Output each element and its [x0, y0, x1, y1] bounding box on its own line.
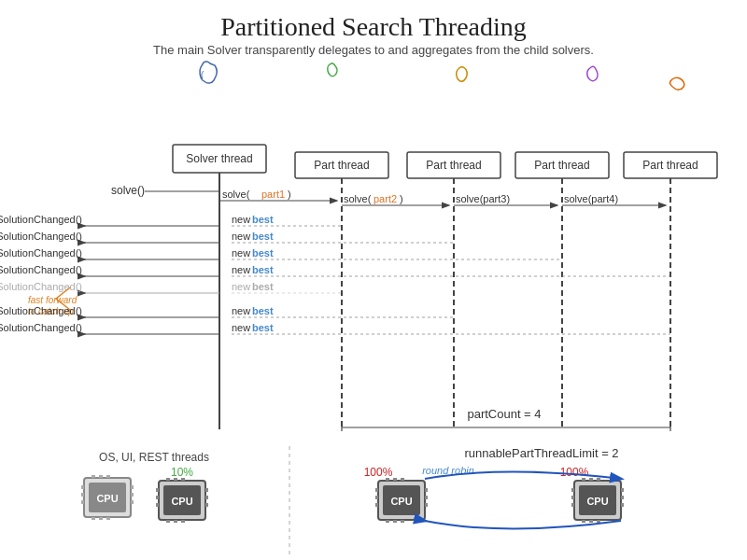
svg-rect-64	[621, 503, 624, 507]
solve-part2-label: solve(	[344, 193, 372, 204]
new-best-bold-5: best	[252, 281, 274, 292]
part-thread-label-1: Part thread	[314, 159, 369, 172]
new-best-2: new	[232, 231, 250, 242]
new-best-3: new	[232, 247, 250, 259]
svg-text:CPU: CPU	[96, 493, 118, 504]
svg-rect-16	[81, 500, 84, 504]
svg-rect-39	[174, 520, 177, 523]
svg-rect-55	[401, 520, 404, 523]
svg-rect-47	[425, 488, 428, 492]
solve-part4-label: solve(part4)	[564, 193, 618, 204]
svg-rect-54	[393, 520, 397, 523]
cpu-4: CPU	[571, 478, 624, 523]
bsc-label-1: bestSolutionChanged()	[0, 214, 82, 225]
bsc-label-5: bestSolutionChanged()	[0, 281, 82, 292]
os-ui-rest-label: OS, UI, REST threads	[99, 451, 209, 464]
svg-rect-17	[131, 485, 134, 489]
solve-part2-paren: )	[400, 193, 403, 204]
svg-rect-38	[166, 520, 170, 523]
page-subtitle: The main Solver transparently delegates …	[153, 43, 594, 57]
svg-rect-68	[582, 520, 585, 523]
page-title: Partitioned Search Threading	[220, 12, 527, 41]
map-shape3-icon	[457, 67, 468, 81]
solve-part3-label: solve(part3)	[456, 193, 510, 204]
new-best-5: new	[232, 281, 250, 292]
new-best-bold-1: best	[252, 214, 274, 225]
svg-rect-15	[81, 493, 84, 497]
new-best-4: new	[232, 264, 250, 275]
bsc-label-7: bestSolutionChanged()	[0, 322, 82, 333]
cpu4-percent: 100%	[560, 466, 589, 479]
svg-rect-31	[156, 503, 159, 507]
cpu-1: CPU	[81, 475, 134, 520]
solver-thread-label: Solver thread	[186, 152, 252, 165]
svg-rect-48	[425, 496, 428, 499]
new-best-bold-7: best	[252, 322, 274, 333]
svg-rect-65	[582, 478, 585, 481]
new-best-bold-4: best	[252, 264, 274, 275]
svg-rect-46	[375, 503, 378, 507]
new-best-1: new	[232, 214, 250, 225]
svg-rect-60	[571, 496, 574, 499]
svg-rect-44	[375, 488, 378, 492]
diagram-container: Partitioned Search Threading The main So…	[0, 0, 747, 560]
svg-rect-70	[597, 520, 600, 523]
new-best-bold-2: best	[252, 231, 274, 242]
solve-part2-colored: part2	[374, 193, 397, 204]
bsc-label-2: bestSolutionChanged()	[0, 231, 82, 242]
bsc-label-6: bestSolutionChanged()	[0, 305, 82, 316]
svg-rect-23	[92, 517, 95, 520]
solve-part1-colored: part1	[261, 189, 285, 200]
bsc-label-3: bestSolutionChanged()	[0, 247, 82, 259]
part-thread-label-4: Part thread	[642, 159, 698, 172]
svg-rect-49	[425, 503, 428, 507]
svg-rect-14	[81, 485, 84, 489]
svg-text:CPU: CPU	[171, 496, 192, 507]
svg-rect-20	[92, 475, 95, 478]
new-best-bold-6: best	[252, 305, 274, 316]
fast-forward-label: fast forward	[28, 295, 78, 305]
solve-part1-label: solve(	[222, 189, 250, 200]
solve-part1-paren: )	[288, 189, 291, 200]
svg-rect-18	[131, 493, 134, 497]
svg-rect-24	[99, 517, 103, 520]
svg-rect-37	[181, 478, 185, 481]
svg-rect-67	[597, 478, 600, 481]
svg-rect-51	[393, 478, 397, 481]
runnable-limit-label: runnablePartThreadLimit = 2	[464, 446, 618, 460]
new-best-bold-3: best	[252, 247, 274, 259]
svg-rect-63	[621, 496, 624, 499]
part-count-label: partCount = 4	[467, 407, 541, 421]
svg-rect-62	[621, 488, 624, 492]
svg-rect-61	[571, 503, 574, 507]
bsc-label-4: bestSolutionChanged()	[0, 264, 82, 275]
map-uk-icon	[200, 62, 217, 83]
svg-rect-45	[375, 496, 378, 499]
svg-rect-52	[401, 478, 404, 481]
cpu-3: CPU	[375, 478, 428, 523]
svg-rect-50	[386, 478, 389, 481]
svg-rect-25	[106, 517, 110, 520]
svg-rect-21	[99, 475, 103, 478]
part-thread-label-2: Part thread	[426, 159, 481, 172]
svg-rect-19	[131, 500, 134, 504]
cpu-2: CPU	[156, 478, 208, 523]
new-best-7: new	[232, 322, 250, 333]
solve-call-label: solve()	[111, 184, 145, 197]
cpu3-percent: 100%	[364, 466, 393, 479]
map-shape5-icon	[669, 77, 684, 90]
svg-rect-53	[386, 520, 389, 523]
svg-rect-40	[181, 520, 185, 523]
svg-rect-22	[106, 475, 110, 478]
svg-rect-69	[589, 520, 593, 523]
svg-rect-32	[205, 488, 208, 492]
svg-rect-35	[166, 478, 170, 481]
new-best-6: new	[232, 305, 250, 316]
map-shape4-icon	[587, 66, 598, 80]
cpu2-percent: 10%	[171, 466, 193, 479]
svg-text:CPU: CPU	[390, 496, 412, 507]
map-ireland-icon	[328, 63, 337, 77]
svg-rect-33	[205, 496, 208, 499]
svg-rect-29	[156, 488, 159, 492]
part-thread-label-3: Part thread	[534, 159, 589, 172]
